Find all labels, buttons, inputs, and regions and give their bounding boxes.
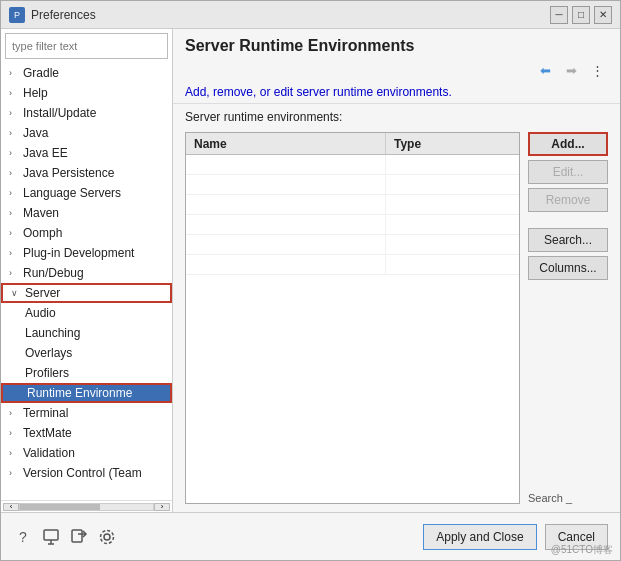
sidebar-item-label-launching: Launching: [25, 326, 80, 340]
expand-arrow-textmate: ›: [9, 428, 23, 438]
table-cell-name: [186, 235, 386, 254]
expand-arrow-language-servers: ›: [9, 188, 23, 198]
sidebar-item-label-maven: Maven: [23, 206, 59, 220]
expand-arrow-server: ∨: [11, 288, 25, 298]
sidebar-item-label-terminal: Terminal: [23, 406, 68, 420]
cancel-button[interactable]: Cancel: [545, 524, 608, 550]
sidebar-item-label-textmate: TextMate: [23, 426, 72, 440]
sidebar-item-java-persistence[interactable]: › Java Persistence: [1, 163, 172, 183]
sidebar-item-label-oomph: Oomph: [23, 226, 62, 240]
expand-arrow-java-ee: ›: [9, 148, 23, 158]
sidebar-item-validation[interactable]: › Validation: [1, 443, 172, 463]
sidebar-item-server[interactable]: ∨ Server: [1, 283, 172, 303]
svg-rect-0: [44, 530, 58, 540]
sidebar-item-run-debug[interactable]: › Run/Debug: [1, 263, 172, 283]
column-name: Name: [186, 133, 386, 154]
column-type: Type: [386, 133, 519, 154]
sidebar-item-label-gradle: Gradle: [23, 66, 59, 80]
hscrollbar-track[interactable]: [19, 503, 154, 511]
expand-arrow-maven: ›: [9, 208, 23, 218]
sidebar-item-label-java-persistence: Java Persistence: [23, 166, 114, 180]
table-row: [186, 195, 519, 215]
sidebar-item-maven[interactable]: › Maven: [1, 203, 172, 223]
table-row: [186, 215, 519, 235]
maximize-button[interactable]: □: [572, 6, 590, 24]
expand-arrow-install-update: ›: [9, 108, 23, 118]
panel-description: Add, remove, or edit server runtime envi…: [185, 85, 608, 99]
svg-point-2: [104, 534, 110, 540]
sidebar-item-launching[interactable]: Launching: [1, 323, 172, 343]
apply-close-button[interactable]: Apply and Close: [423, 524, 536, 550]
sidebar-item-label-audio: Audio: [25, 306, 56, 320]
sidebar: › Gradle › Help › Install/Update › Java: [1, 29, 173, 512]
export-icon-1[interactable]: [41, 527, 61, 547]
search-area: Search _: [528, 432, 608, 504]
table-body: [186, 155, 519, 503]
expand-arrow-plugin-dev: ›: [9, 248, 23, 258]
window-icon: P: [9, 7, 25, 23]
table-cell-name: [186, 175, 386, 194]
sidebar-item-terminal[interactable]: › Terminal: [1, 403, 172, 423]
right-panel: Server Runtime Environments ⬅ ➡ ⋮ Add, r…: [173, 29, 620, 512]
panel-body: Name Type: [173, 124, 620, 512]
settings-icon[interactable]: [97, 527, 117, 547]
sidebar-item-label-plugin-dev: Plug-in Development: [23, 246, 134, 260]
table-cell-type: [386, 235, 519, 254]
remove-button[interactable]: Remove: [528, 188, 608, 212]
sidebar-item-label-run-debug: Run/Debug: [23, 266, 84, 280]
close-button[interactable]: ✕: [594, 6, 612, 24]
sidebar-item-plugin-development[interactable]: › Plug-in Development: [1, 243, 172, 263]
titlebar-buttons: ─ □ ✕: [550, 6, 612, 24]
sidebar-item-overlays[interactable]: Overlays: [1, 343, 172, 363]
back-nav-icon[interactable]: ⬅: [534, 59, 556, 81]
expand-arrow-version-control: ›: [9, 468, 23, 478]
sidebar-item-language-servers[interactable]: › Language Servers: [1, 183, 172, 203]
menu-icon[interactable]: ⋮: [586, 59, 608, 81]
bottom-left-icons: ?: [13, 527, 117, 547]
sidebar-item-runtime-environments[interactable]: Runtime Environme: [1, 383, 172, 403]
sidebar-item-java-ee[interactable]: › Java EE: [1, 143, 172, 163]
help-icon[interactable]: ?: [13, 527, 33, 547]
sidebar-item-help[interactable]: › Help: [1, 83, 172, 103]
search-button[interactable]: Search...: [528, 228, 608, 252]
sidebar-item-label-language-servers: Language Servers: [23, 186, 121, 200]
hscrollbar-thumb: [20, 504, 100, 510]
sidebar-item-install-update[interactable]: › Install/Update: [1, 103, 172, 123]
sidebar-item-label-java: Java: [23, 126, 48, 140]
sidebar-item-textmate[interactable]: › TextMate: [1, 423, 172, 443]
sidebar-item-oomph[interactable]: › Oomph: [1, 223, 172, 243]
scroll-right-btn[interactable]: ›: [154, 503, 170, 511]
add-button[interactable]: Add...: [528, 132, 608, 156]
sidebar-item-gradle[interactable]: › Gradle: [1, 63, 172, 83]
table-row: [186, 175, 519, 195]
sidebar-item-version-control[interactable]: › Version Control (Team: [1, 463, 172, 483]
svg-rect-1: [72, 530, 82, 542]
table-cell-type: [386, 195, 519, 214]
filter-input[interactable]: [5, 33, 168, 59]
table-row: [186, 155, 519, 175]
table-label: Server runtime environments:: [173, 104, 620, 124]
sidebar-item-java[interactable]: › Java: [1, 123, 172, 143]
sidebar-hscrollbar-area: ‹ ›: [1, 500, 172, 512]
table-cell-type: [386, 255, 519, 274]
server-environments-table: Name Type: [185, 132, 520, 504]
sidebar-item-label-overlays: Overlays: [25, 346, 72, 360]
table-cell-type: [386, 155, 519, 174]
sidebar-item-label-validation: Validation: [23, 446, 75, 460]
table-header: Name Type: [186, 133, 519, 155]
columns-button[interactable]: Columns...: [528, 256, 608, 280]
table-row: [186, 255, 519, 275]
sidebar-item-profilers[interactable]: Profilers: [1, 363, 172, 383]
preferences-window: P Preferences ─ □ ✕ › Gradle › Help: [0, 0, 621, 561]
bottom-right-buttons: Apply and Close Cancel: [423, 524, 608, 550]
sidebar-item-audio[interactable]: Audio: [1, 303, 172, 323]
forward-nav-icon[interactable]: ➡: [560, 59, 582, 81]
export-icon-2[interactable]: [69, 527, 89, 547]
sidebar-item-label-install-update: Install/Update: [23, 106, 96, 120]
expand-arrow-validation: ›: [9, 448, 23, 458]
minimize-button[interactable]: ─: [550, 6, 568, 24]
table-row: [186, 235, 519, 255]
scroll-left-btn[interactable]: ‹: [3, 503, 19, 511]
panel-title: Server Runtime Environments: [185, 37, 608, 55]
edit-button[interactable]: Edit...: [528, 160, 608, 184]
